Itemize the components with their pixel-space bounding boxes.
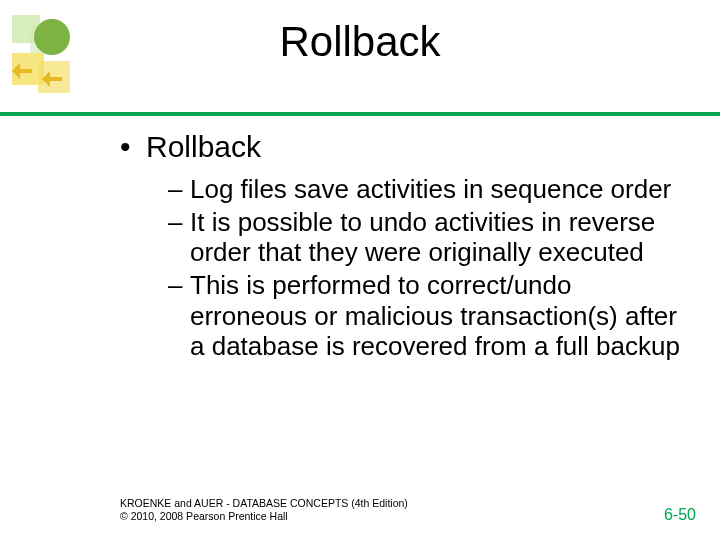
slide-header: Rollback bbox=[0, 18, 720, 66]
sub-bullet-item: This is performed to correct/undo errone… bbox=[168, 270, 680, 362]
footer-source: KROENKE and AUER - DATABASE CONCEPTS (4t… bbox=[120, 497, 408, 511]
footer-copyright: © 2010, 2008 Pearson Prentice Hall bbox=[120, 510, 408, 524]
sub-bullet-item: Log files save activities in sequence or… bbox=[168, 174, 680, 205]
main-bullet: Rollback bbox=[120, 130, 680, 164]
sub-bullet-item: It is possible to undo activities in rev… bbox=[168, 207, 680, 268]
slide-footer: KROENKE and AUER - DATABASE CONCEPTS (4t… bbox=[120, 497, 696, 524]
header-divider bbox=[0, 112, 720, 116]
footer-source-block: KROENKE and AUER - DATABASE CONCEPTS (4t… bbox=[120, 497, 408, 524]
slide-content: Rollback Log files save activities in se… bbox=[120, 130, 680, 364]
slide-number: 6-50 bbox=[664, 506, 696, 524]
sub-bullet-list: Log files save activities in sequence or… bbox=[120, 174, 680, 362]
slide-title: Rollback bbox=[0, 18, 720, 66]
